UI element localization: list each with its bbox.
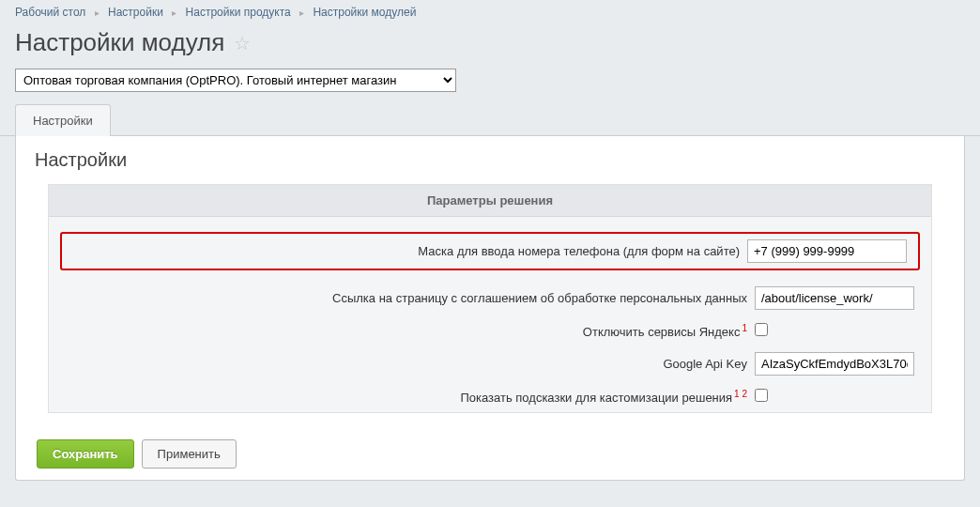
apply-button[interactable]: Применить (142, 439, 237, 469)
show-hints-label: Показать подсказки для кастомизации реше… (60, 389, 755, 405)
page-title: Настройки модуля (15, 28, 224, 57)
star-icon[interactable]: ☆ (234, 32, 251, 54)
settings-panel: Настройки Параметры решения Маска для вв… (15, 136, 965, 430)
agreement-link-input[interactable] (755, 286, 914, 310)
footer-actions: Сохранить Применить (15, 430, 965, 481)
agreement-link-label: Ссылка на страницу с соглашением об обра… (60, 291, 755, 305)
chevron-right-icon: ▸ (299, 8, 304, 18)
breadcrumb-item[interactable]: Настройки модулей (313, 6, 416, 19)
breadcrumb-item[interactable]: Настройки (108, 6, 163, 19)
footnote-1: 1 (742, 323, 747, 333)
google-api-label: Google Api Key (60, 357, 755, 371)
disable-yandex-label: Отключить сервисы Яндекс1 (60, 323, 755, 339)
chevron-right-icon: ▸ (172, 8, 176, 18)
tab-settings[interactable]: Настройки (15, 104, 111, 136)
section-header: Параметры решения (49, 185, 931, 217)
chevron-right-icon: ▸ (95, 8, 100, 18)
phone-mask-label: Маска для ввода номера телефона (для фор… (71, 244, 747, 258)
breadcrumb-item[interactable]: Настройки продукта (186, 6, 291, 19)
save-button[interactable]: Сохранить (37, 439, 134, 469)
panel-heading: Настройки (35, 149, 951, 171)
google-api-input[interactable] (755, 352, 914, 376)
footnote-12: 1 2 (734, 389, 747, 399)
disable-yandex-checkbox[interactable] (755, 323, 768, 336)
phone-mask-input[interactable] (747, 239, 907, 263)
breadcrumb-item[interactable]: Рабочий стол (15, 6, 85, 19)
breadcrumb: Рабочий стол ▸ Настройки ▸ Настройки про… (0, 0, 980, 24)
form-inner: Параметры решения Маска для ввода номера… (48, 184, 932, 413)
show-hints-checkbox[interactable] (755, 389, 768, 402)
phone-mask-highlight: Маска для ввода номера телефона (для фор… (60, 232, 920, 270)
module-select[interactable]: Оптовая торговая компания (OptPRO). Гото… (15, 69, 456, 92)
